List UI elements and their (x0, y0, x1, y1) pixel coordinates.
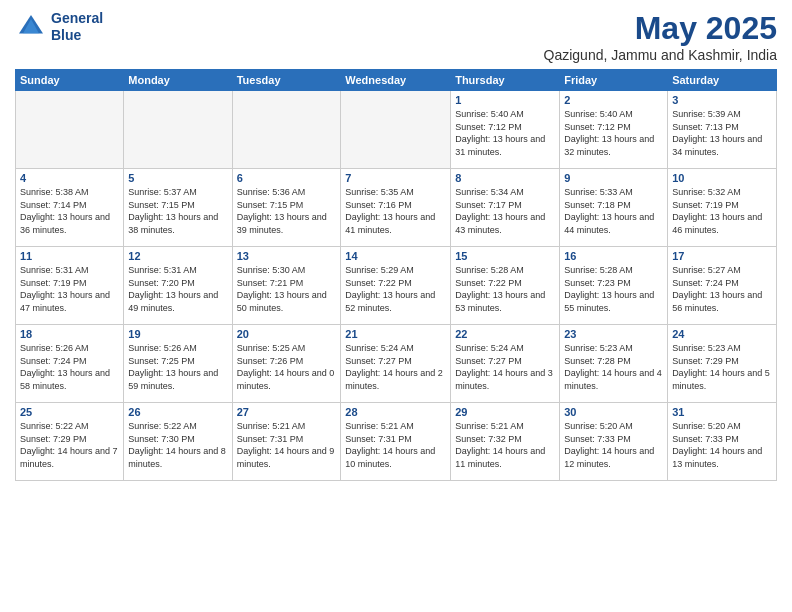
day-cell: 7Sunrise: 5:35 AM Sunset: 7:16 PM Daylig… (341, 169, 451, 247)
day-number: 28 (345, 406, 446, 418)
day-number: 26 (128, 406, 227, 418)
day-number: 8 (455, 172, 555, 184)
logo-text: General Blue (51, 10, 103, 44)
title-block: May 2025 Qazigund, Jammu and Kashmir, In… (544, 10, 777, 63)
day-info: Sunrise: 5:27 AM Sunset: 7:24 PM Dayligh… (672, 264, 772, 314)
day-cell: 15Sunrise: 5:28 AM Sunset: 7:22 PM Dayli… (451, 247, 560, 325)
day-cell: 12Sunrise: 5:31 AM Sunset: 7:20 PM Dayli… (124, 247, 232, 325)
day-number: 3 (672, 94, 772, 106)
weekday-sunday: Sunday (16, 70, 124, 91)
week-row-2: 4Sunrise: 5:38 AM Sunset: 7:14 PM Daylig… (16, 169, 777, 247)
day-cell (16, 91, 124, 169)
day-info: Sunrise: 5:28 AM Sunset: 7:22 PM Dayligh… (455, 264, 555, 314)
day-cell: 8Sunrise: 5:34 AM Sunset: 7:17 PM Daylig… (451, 169, 560, 247)
day-info: Sunrise: 5:26 AM Sunset: 7:25 PM Dayligh… (128, 342, 227, 392)
day-info: Sunrise: 5:29 AM Sunset: 7:22 PM Dayligh… (345, 264, 446, 314)
day-cell: 16Sunrise: 5:28 AM Sunset: 7:23 PM Dayli… (560, 247, 668, 325)
day-cell: 17Sunrise: 5:27 AM Sunset: 7:24 PM Dayli… (668, 247, 777, 325)
day-cell: 26Sunrise: 5:22 AM Sunset: 7:30 PM Dayli… (124, 403, 232, 481)
day-number: 19 (128, 328, 227, 340)
day-cell: 10Sunrise: 5:32 AM Sunset: 7:19 PM Dayli… (668, 169, 777, 247)
day-cell: 1Sunrise: 5:40 AM Sunset: 7:12 PM Daylig… (451, 91, 560, 169)
day-info: Sunrise: 5:37 AM Sunset: 7:15 PM Dayligh… (128, 186, 227, 236)
weekday-wednesday: Wednesday (341, 70, 451, 91)
day-info: Sunrise: 5:36 AM Sunset: 7:15 PM Dayligh… (237, 186, 337, 236)
day-cell: 14Sunrise: 5:29 AM Sunset: 7:22 PM Dayli… (341, 247, 451, 325)
day-number: 30 (564, 406, 663, 418)
day-info: Sunrise: 5:21 AM Sunset: 7:32 PM Dayligh… (455, 420, 555, 470)
day-number: 25 (20, 406, 119, 418)
day-number: 11 (20, 250, 119, 262)
calendar: SundayMondayTuesdayWednesdayThursdayFrid… (15, 69, 777, 481)
day-cell: 22Sunrise: 5:24 AM Sunset: 7:27 PM Dayli… (451, 325, 560, 403)
week-row-4: 18Sunrise: 5:26 AM Sunset: 7:24 PM Dayli… (16, 325, 777, 403)
month-title: May 2025 (544, 10, 777, 47)
day-info: Sunrise: 5:31 AM Sunset: 7:19 PM Dayligh… (20, 264, 119, 314)
location: Qazigund, Jammu and Kashmir, India (544, 47, 777, 63)
day-info: Sunrise: 5:21 AM Sunset: 7:31 PM Dayligh… (237, 420, 337, 470)
day-cell: 30Sunrise: 5:20 AM Sunset: 7:33 PM Dayli… (560, 403, 668, 481)
day-cell: 11Sunrise: 5:31 AM Sunset: 7:19 PM Dayli… (16, 247, 124, 325)
day-cell: 5Sunrise: 5:37 AM Sunset: 7:15 PM Daylig… (124, 169, 232, 247)
day-number: 4 (20, 172, 119, 184)
day-number: 31 (672, 406, 772, 418)
weekday-thursday: Thursday (451, 70, 560, 91)
weekday-header-row: SundayMondayTuesdayWednesdayThursdayFrid… (16, 70, 777, 91)
day-info: Sunrise: 5:26 AM Sunset: 7:24 PM Dayligh… (20, 342, 119, 392)
day-cell: 23Sunrise: 5:23 AM Sunset: 7:28 PM Dayli… (560, 325, 668, 403)
week-row-5: 25Sunrise: 5:22 AM Sunset: 7:29 PM Dayli… (16, 403, 777, 481)
day-info: Sunrise: 5:39 AM Sunset: 7:13 PM Dayligh… (672, 108, 772, 158)
day-info: Sunrise: 5:34 AM Sunset: 7:17 PM Dayligh… (455, 186, 555, 236)
day-info: Sunrise: 5:33 AM Sunset: 7:18 PM Dayligh… (564, 186, 663, 236)
day-number: 9 (564, 172, 663, 184)
day-info: Sunrise: 5:25 AM Sunset: 7:26 PM Dayligh… (237, 342, 337, 392)
day-cell (232, 91, 341, 169)
day-cell (124, 91, 232, 169)
day-info: Sunrise: 5:30 AM Sunset: 7:21 PM Dayligh… (237, 264, 337, 314)
day-info: Sunrise: 5:21 AM Sunset: 7:31 PM Dayligh… (345, 420, 446, 470)
week-row-3: 11Sunrise: 5:31 AM Sunset: 7:19 PM Dayli… (16, 247, 777, 325)
day-info: Sunrise: 5:31 AM Sunset: 7:20 PM Dayligh… (128, 264, 227, 314)
day-cell (341, 91, 451, 169)
day-cell: 9Sunrise: 5:33 AM Sunset: 7:18 PM Daylig… (560, 169, 668, 247)
day-number: 6 (237, 172, 337, 184)
weekday-tuesday: Tuesday (232, 70, 341, 91)
day-number: 18 (20, 328, 119, 340)
day-number: 21 (345, 328, 446, 340)
day-number: 5 (128, 172, 227, 184)
day-number: 1 (455, 94, 555, 106)
day-cell: 25Sunrise: 5:22 AM Sunset: 7:29 PM Dayli… (16, 403, 124, 481)
day-info: Sunrise: 5:24 AM Sunset: 7:27 PM Dayligh… (345, 342, 446, 392)
day-info: Sunrise: 5:23 AM Sunset: 7:29 PM Dayligh… (672, 342, 772, 392)
day-number: 2 (564, 94, 663, 106)
day-info: Sunrise: 5:40 AM Sunset: 7:12 PM Dayligh… (455, 108, 555, 158)
page: General Blue May 2025 Qazigund, Jammu an… (0, 0, 792, 612)
day-info: Sunrise: 5:38 AM Sunset: 7:14 PM Dayligh… (20, 186, 119, 236)
weekday-saturday: Saturday (668, 70, 777, 91)
day-number: 13 (237, 250, 337, 262)
day-cell: 28Sunrise: 5:21 AM Sunset: 7:31 PM Dayli… (341, 403, 451, 481)
logo-icon (15, 11, 47, 43)
day-info: Sunrise: 5:20 AM Sunset: 7:33 PM Dayligh… (564, 420, 663, 470)
day-cell: 19Sunrise: 5:26 AM Sunset: 7:25 PM Dayli… (124, 325, 232, 403)
day-cell: 18Sunrise: 5:26 AM Sunset: 7:24 PM Dayli… (16, 325, 124, 403)
day-cell: 21Sunrise: 5:24 AM Sunset: 7:27 PM Dayli… (341, 325, 451, 403)
day-cell: 4Sunrise: 5:38 AM Sunset: 7:14 PM Daylig… (16, 169, 124, 247)
day-cell: 2Sunrise: 5:40 AM Sunset: 7:12 PM Daylig… (560, 91, 668, 169)
day-number: 29 (455, 406, 555, 418)
day-info: Sunrise: 5:40 AM Sunset: 7:12 PM Dayligh… (564, 108, 663, 158)
day-number: 7 (345, 172, 446, 184)
day-number: 15 (455, 250, 555, 262)
week-row-1: 1Sunrise: 5:40 AM Sunset: 7:12 PM Daylig… (16, 91, 777, 169)
weekday-friday: Friday (560, 70, 668, 91)
day-cell: 27Sunrise: 5:21 AM Sunset: 7:31 PM Dayli… (232, 403, 341, 481)
day-number: 24 (672, 328, 772, 340)
day-number: 20 (237, 328, 337, 340)
day-info: Sunrise: 5:28 AM Sunset: 7:23 PM Dayligh… (564, 264, 663, 314)
day-number: 23 (564, 328, 663, 340)
day-number: 10 (672, 172, 772, 184)
day-info: Sunrise: 5:35 AM Sunset: 7:16 PM Dayligh… (345, 186, 446, 236)
day-cell: 31Sunrise: 5:20 AM Sunset: 7:33 PM Dayli… (668, 403, 777, 481)
weekday-monday: Monday (124, 70, 232, 91)
day-cell: 24Sunrise: 5:23 AM Sunset: 7:29 PM Dayli… (668, 325, 777, 403)
